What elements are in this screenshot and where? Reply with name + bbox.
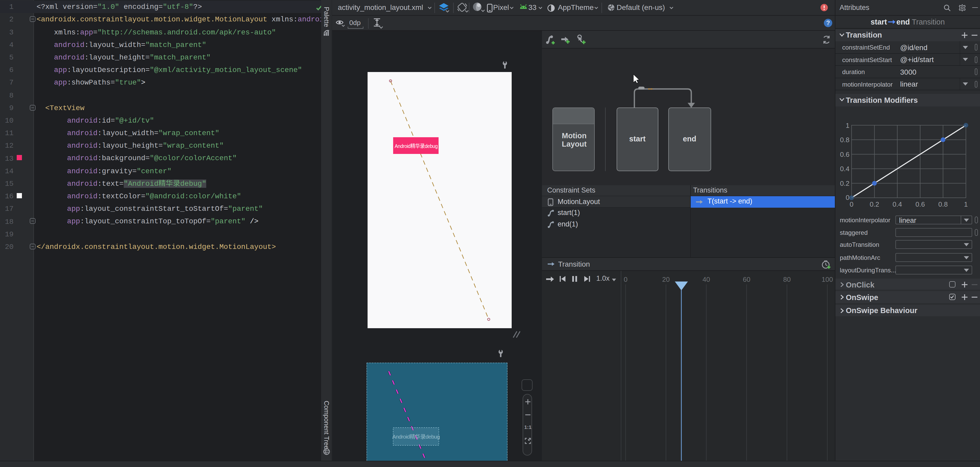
svg-text:0.6: 0.6 xyxy=(916,200,925,208)
svg-text:0.4: 0.4 xyxy=(840,165,850,172)
svg-text:0: 0 xyxy=(846,193,850,201)
svg-text:0.2: 0.2 xyxy=(870,200,879,208)
svg-text:0.2: 0.2 xyxy=(840,179,850,187)
svg-text:0.8: 0.8 xyxy=(840,136,850,143)
svg-text:0.8: 0.8 xyxy=(938,200,948,208)
svg-text:Android精华录debug: Android精华录debug xyxy=(392,434,440,439)
svg-text:1: 1 xyxy=(846,121,850,129)
svg-text:0.6: 0.6 xyxy=(840,150,850,158)
svg-text:1: 1 xyxy=(964,200,968,208)
svg-text:0: 0 xyxy=(850,200,853,208)
svg-text:0.4: 0.4 xyxy=(892,200,902,208)
